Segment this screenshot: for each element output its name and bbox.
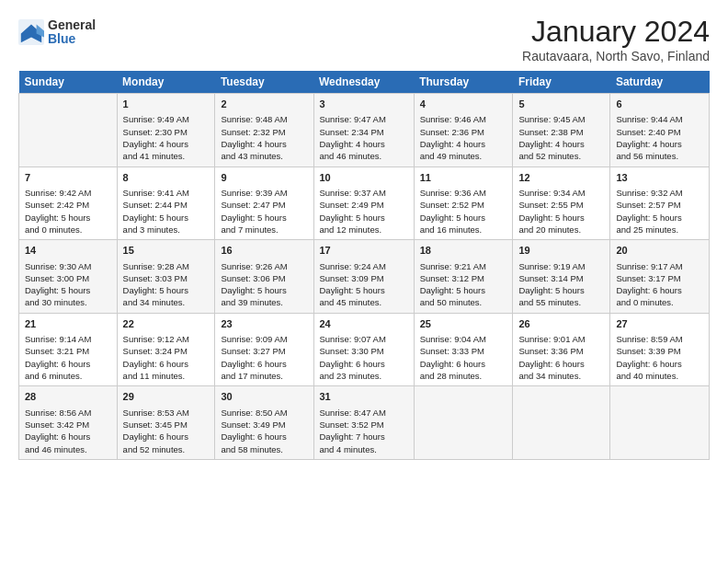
day-detail: Sunrise: 8:56 AM [25, 407, 111, 419]
day-detail: Sunset: 3:06 PM [221, 272, 307, 284]
day-detail: Daylight: 7 hours [320, 431, 408, 442]
day-detail: and 34 minutes. [518, 370, 604, 382]
day-detail: Sunset: 3:00 PM [25, 272, 111, 284]
day-detail: Sunset: 2:36 PM [420, 126, 507, 138]
calendar-cell: 3Sunrise: 9:47 AMSunset: 2:34 PMDaylight… [313, 94, 414, 167]
day-detail: Sunset: 2:42 PM [25, 199, 111, 211]
day-detail: Sunrise: 9:42 AM [25, 187, 111, 199]
day-detail: Sunrise: 9:41 AM [123, 187, 210, 199]
day-detail: Daylight: 5 hours [420, 212, 507, 224]
day-detail: and 3 minutes. [123, 224, 210, 236]
day-detail: Sunset: 2:52 PM [420, 199, 507, 211]
calendar-cell [610, 386, 710, 460]
day-detail: and 49 minutes. [420, 150, 507, 162]
header-day: Saturday [610, 71, 710, 94]
day-detail: and 23 minutes. [320, 370, 408, 382]
day-detail: and 0 minutes. [616, 296, 703, 308]
day-number: 7 [25, 171, 111, 185]
day-detail: Daylight: 5 hours [518, 212, 604, 224]
calendar-cell: 8Sunrise: 9:41 AMSunset: 2:44 PMDaylight… [117, 167, 215, 240]
day-detail: and 6 minutes. [25, 370, 111, 382]
header-day: Wednesday [313, 71, 414, 94]
day-detail: Daylight: 5 hours [221, 212, 307, 224]
day-detail: Sunrise: 9:21 AM [420, 260, 507, 272]
day-detail: Sunrise: 9:47 AM [320, 113, 408, 125]
day-detail: Sunset: 3:03 PM [123, 272, 210, 284]
day-detail: Daylight: 5 hours [616, 212, 703, 224]
calendar-body: 1Sunrise: 9:49 AMSunset: 2:30 PMDaylight… [19, 94, 710, 460]
day-detail: Sunset: 2:34 PM [320, 126, 408, 138]
day-number: 9 [221, 171, 307, 185]
day-detail: Sunrise: 9:32 AM [616, 187, 703, 199]
day-number: 3 [320, 98, 408, 111]
day-detail: Sunset: 3:14 PM [518, 272, 604, 284]
day-detail: Sunrise: 9:46 AM [420, 113, 507, 125]
calendar-cell: 17Sunrise: 9:24 AMSunset: 3:09 PMDayligh… [313, 240, 414, 314]
day-detail: and 25 minutes. [616, 224, 703, 236]
day-detail: Sunset: 3:21 PM [25, 345, 111, 357]
day-detail: and 52 minutes. [518, 150, 604, 162]
header: General Blue January 2024 Rautavaara, No… [18, 15, 710, 63]
calendar-cell: 18Sunrise: 9:21 AMSunset: 3:12 PMDayligh… [414, 240, 513, 314]
day-detail: Sunrise: 9:34 AM [518, 187, 604, 199]
day-detail: Daylight: 4 hours [221, 138, 307, 150]
calendar-cell [513, 386, 610, 460]
header-day: Thursday [414, 71, 513, 94]
day-detail: Sunrise: 9:36 AM [420, 187, 507, 199]
day-detail: Daylight: 6 hours [518, 358, 604, 370]
calendar-table: SundayMondayTuesdayWednesdayThursdayFrid… [18, 71, 710, 460]
day-detail: and 40 minutes. [616, 370, 703, 382]
day-number: 24 [320, 317, 408, 331]
day-number: 16 [221, 244, 307, 258]
header-row: SundayMondayTuesdayWednesdayThursdayFrid… [19, 71, 710, 94]
day-detail: and 56 minutes. [616, 150, 703, 162]
day-detail: and 45 minutes. [320, 296, 408, 308]
day-detail: Sunrise: 9:44 AM [616, 113, 703, 125]
calendar-cell: 13Sunrise: 9:32 AMSunset: 2:57 PMDayligh… [610, 167, 710, 240]
calendar-week-row: 28Sunrise: 8:56 AMSunset: 3:42 PMDayligh… [19, 386, 710, 460]
title-block: January 2024 Rautavaara, North Savo, Fin… [522, 15, 710, 63]
calendar-cell: 16Sunrise: 9:26 AMSunset: 3:06 PMDayligh… [215, 240, 313, 314]
calendar-cell: 27Sunrise: 8:59 AMSunset: 3:39 PMDayligh… [610, 313, 710, 386]
calendar-cell: 21Sunrise: 9:14 AMSunset: 3:21 PMDayligh… [19, 313, 118, 386]
day-detail: Daylight: 4 hours [320, 138, 408, 150]
day-number: 4 [420, 98, 507, 111]
calendar-week-row: 1Sunrise: 9:49 AMSunset: 2:30 PMDaylight… [19, 94, 710, 167]
day-detail: Daylight: 5 hours [420, 284, 507, 296]
calendar-cell: 4Sunrise: 9:46 AMSunset: 2:36 PMDaylight… [414, 94, 513, 167]
day-number: 20 [616, 244, 703, 258]
calendar-cell: 23Sunrise: 9:09 AMSunset: 3:27 PMDayligh… [215, 313, 313, 386]
day-detail: Daylight: 5 hours [25, 284, 111, 296]
day-detail: Sunset: 3:45 PM [123, 419, 210, 431]
calendar-cell: 2Sunrise: 9:48 AMSunset: 2:32 PMDaylight… [215, 94, 313, 167]
day-detail: Sunset: 3:36 PM [518, 345, 604, 357]
day-detail: Sunset: 3:39 PM [616, 345, 703, 357]
day-detail: Daylight: 5 hours [320, 284, 408, 296]
day-number: 28 [25, 390, 111, 404]
day-detail: Daylight: 5 hours [320, 212, 408, 224]
day-detail: and 4 minutes. [320, 443, 408, 455]
day-detail: Sunset: 2:38 PM [518, 126, 604, 138]
day-detail: and 12 minutes. [320, 224, 408, 236]
day-number: 14 [25, 244, 111, 258]
day-detail: Sunset: 2:57 PM [616, 199, 703, 211]
day-number: 13 [616, 171, 703, 185]
day-detail: Daylight: 6 hours [221, 358, 307, 370]
day-detail: Daylight: 6 hours [616, 284, 703, 296]
day-detail: and 20 minutes. [518, 224, 604, 236]
day-detail: Sunrise: 9:49 AM [123, 113, 210, 125]
day-detail: and 58 minutes. [221, 443, 307, 455]
day-detail: Daylight: 6 hours [25, 431, 111, 442]
day-number: 22 [123, 317, 210, 331]
day-detail: Sunset: 2:49 PM [320, 199, 408, 211]
day-number: 25 [420, 317, 507, 331]
header-day: Sunday [19, 71, 118, 94]
day-detail: Daylight: 5 hours [25, 212, 111, 224]
day-detail: and 0 minutes. [25, 224, 111, 236]
calendar-cell: 22Sunrise: 9:12 AMSunset: 3:24 PMDayligh… [117, 313, 215, 386]
day-detail: and 34 minutes. [123, 296, 210, 308]
day-detail: Sunrise: 8:59 AM [616, 333, 703, 345]
day-number: 17 [320, 244, 408, 258]
main-title: January 2024 [522, 15, 710, 49]
day-detail: Daylight: 4 hours [123, 138, 210, 150]
